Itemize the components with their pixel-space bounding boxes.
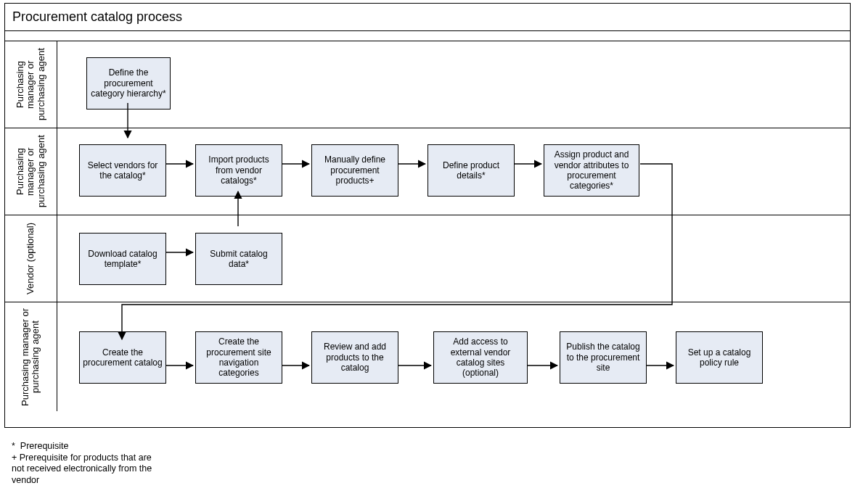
lane-3-label: Purchasing manager or purchasing agent bbox=[5, 302, 57, 411]
box-publish: Publish the catalog to the procurement s… bbox=[560, 331, 647, 384]
lane-1-body: Select vendors for the catalog* Import p… bbox=[57, 128, 850, 215]
lane-0-label: Purchasing manager or purchasing agent bbox=[5, 41, 57, 128]
diagram-title: Procurement catalog process bbox=[5, 4, 850, 31]
box-define-hierarchy: Define the procurement category hierarch… bbox=[86, 57, 171, 110]
swimlane-diagram: Procurement catalog process Purchasing m… bbox=[4, 3, 851, 428]
box-assign-attributes: Assign product and vendor attributes to … bbox=[544, 144, 639, 197]
box-add-access: Add access to external vendor catalog si… bbox=[433, 331, 528, 384]
lane-1: Purchasing manager or purchasing agent S… bbox=[5, 128, 850, 215]
box-create-nav: Create the procurement site navigation c… bbox=[195, 331, 282, 384]
box-import-products: Import products from vendor catalogs* bbox=[195, 144, 282, 197]
box-policy-rule: Set up a catalog policy rule bbox=[676, 331, 763, 384]
thin-bar bbox=[5, 31, 850, 41]
lane-3-body: Create the procurement catalog Create th… bbox=[57, 302, 850, 411]
box-manually-define: Manually define procurement products+ bbox=[311, 144, 398, 197]
lane-3: Purchasing manager or purchasing agent C… bbox=[5, 302, 850, 411]
lane-1-label: Purchasing manager or purchasing agent bbox=[5, 128, 57, 215]
lane-0: Purchasing manager or purchasing agent D… bbox=[5, 41, 850, 128]
lane-0-body: Define the procurement category hierarch… bbox=[57, 41, 850, 128]
legend: * Prerequisite + Prerequisite for produc… bbox=[12, 441, 157, 487]
box-create-catalog: Create the procurement catalog bbox=[79, 331, 166, 384]
legend-plus: + Prerequisite for products that are not… bbox=[12, 453, 157, 487]
box-review-add: Review and add products to the catalog bbox=[311, 331, 398, 384]
box-select-vendors: Select vendors for the catalog* bbox=[79, 144, 166, 197]
box-define-details: Define product details* bbox=[428, 144, 515, 197]
lane-2-body: Download catalog template* Submit catalo… bbox=[57, 215, 850, 302]
lane-2-label: Vendor (optional) bbox=[5, 215, 57, 302]
box-download-template: Download catalog template* bbox=[79, 233, 166, 285]
legend-star: * Prerequisite bbox=[12, 441, 157, 453]
lane-2: Vendor (optional) Download catalog templ… bbox=[5, 215, 850, 302]
box-submit-catalog: Submit catalog data* bbox=[195, 233, 282, 285]
